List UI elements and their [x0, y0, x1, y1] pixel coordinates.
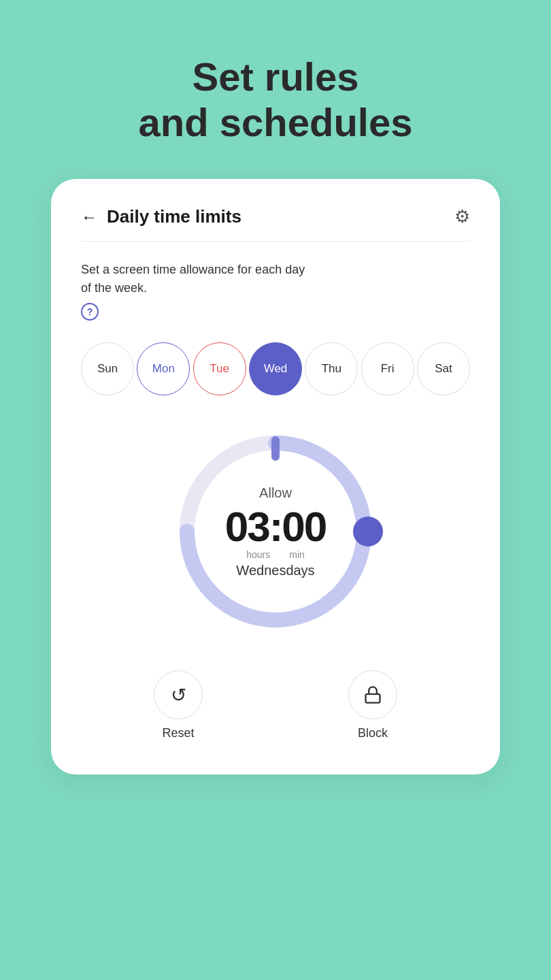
header-divider [81, 241, 470, 242]
svg-rect-3 [366, 694, 380, 703]
day-name-label: Wednesdays [236, 563, 314, 578]
header-left: ← Daily time limits [81, 206, 241, 227]
days-selector: Sun Mon Tue Wed Thu Fri Sat [81, 342, 470, 395]
timer-center: Allow 03:00 hours min Wednesdays [225, 485, 327, 578]
timer-handle [353, 517, 383, 546]
day-fri[interactable]: Fri [361, 342, 414, 395]
min-label: min [289, 549, 305, 560]
day-wed[interactable]: Wed [249, 342, 302, 395]
day-sat[interactable]: Sat [417, 342, 470, 395]
action-row: ↺ Reset Block [81, 670, 470, 740]
page-title: Daily time limits [107, 206, 241, 227]
allow-label: Allow [259, 485, 292, 501]
back-button[interactable]: ← [81, 208, 97, 227]
reset-icon-circle: ↺ [154, 670, 203, 719]
reset-button[interactable]: ↺ Reset [154, 670, 203, 740]
svg-rect-2 [271, 436, 280, 461]
time-display: 03:00 [225, 502, 327, 551]
hero-title-line2: and schedules [139, 100, 413, 146]
description-help-row: ? [81, 303, 470, 321]
day-tue[interactable]: Tue [193, 342, 246, 395]
reset-label: Reset [162, 726, 194, 740]
timer-container[interactable]: Allow 03:00 hours min Wednesdays [81, 423, 470, 640]
hours-label: hours [246, 549, 270, 560]
hero-section: Set rules and schedules [139, 54, 413, 145]
description-text: Set a screen time allowance for each day… [81, 261, 470, 297]
day-mon[interactable]: Mon [137, 342, 190, 395]
block-button[interactable]: Block [348, 670, 397, 740]
card-header: ← Daily time limits ⚙ [81, 206, 470, 227]
hero-title-line1: Set rules [139, 54, 413, 100]
settings-icon[interactable]: ⚙ [454, 206, 470, 227]
time-value: 03:00 [225, 502, 327, 551]
time-labels: hours min [242, 549, 309, 560]
day-sun[interactable]: Sun [81, 342, 134, 395]
day-thu[interactable]: Thu [305, 342, 358, 395]
help-icon[interactable]: ? [81, 303, 99, 321]
block-icon-circle [348, 670, 397, 719]
main-card: ← Daily time limits ⚙ Set a screen time … [51, 179, 500, 774]
block-label: Block [358, 726, 388, 740]
